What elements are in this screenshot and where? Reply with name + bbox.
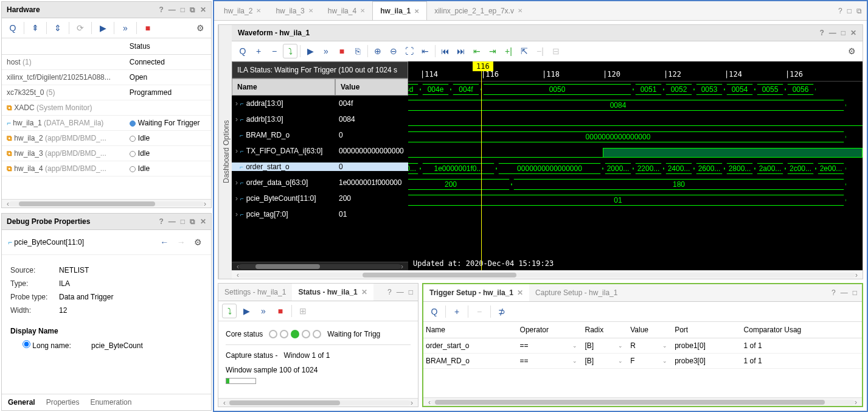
hw-row[interactable]: ⧉ hw_ila_2 (app/BMD/BMD_...Idle [2, 131, 211, 146]
maximize-icon[interactable]: □ [181, 5, 185, 14]
next-trans-icon[interactable]: ⇥ [485, 44, 500, 58]
trigger-scroll[interactable]: ‹ › [423, 397, 862, 406]
restore-icon[interactable]: ⧉ [856, 7, 862, 15]
close-icon[interactable]: ✕ [361, 288, 367, 296]
trigger-col-header[interactable]: Port [672, 322, 741, 338]
gear-icon[interactable]: ⚙ [190, 235, 205, 250]
trigger-col-header[interactable]: Value [628, 322, 672, 338]
close-icon[interactable]: ✕ [517, 288, 523, 297]
zoom-out-icon[interactable]: ⊖ [386, 44, 401, 58]
hw-row[interactable]: host (1)Connected [2, 55, 211, 70]
long-name-radio[interactable] [23, 340, 30, 348]
tab-capture-setup[interactable]: Capture Setup - hw_ila_1 [529, 284, 623, 301]
minimize-icon[interactable]: — [168, 217, 176, 226]
trigger-col-header[interactable]: Operator [518, 322, 583, 338]
remove-icon[interactable]: − [267, 44, 282, 58]
trigger-row[interactable]: order_start_o ==⌄ [B]⌄ R⌄ probe1[0]1 of … [423, 338, 862, 354]
export-icon[interactable]: ⎘ [350, 44, 365, 58]
wave-hscroll[interactable]: ‹ › [232, 270, 863, 279]
value-dropdown[interactable]: R⌄ [630, 341, 670, 350]
help-icon[interactable]: ? [387, 288, 392, 296]
sig-scroll[interactable]: ‹ › [232, 262, 408, 270]
trigger-col-header[interactable]: Name [423, 322, 518, 338]
maximize-icon[interactable]: □ [853, 288, 857, 297]
tab-trigger-setup[interactable]: Trigger Setup - hw_ila_1✕ [423, 284, 529, 301]
trigger-row[interactable]: BRAM_RD_o ==⌄ [B]⌄ F⌄ probe3[0]1 of 1 [423, 354, 862, 369]
editor-tab[interactable]: hw_ila_4✕ [321, 1, 372, 20]
remove-icon[interactable]: − [472, 304, 487, 319]
hsplit-icon[interactable]: ⊟ [549, 44, 563, 58]
tab-general[interactable]: General [8, 398, 35, 407]
close-icon[interactable]: ✕ [518, 7, 523, 14]
help-icon[interactable]: ? [819, 29, 824, 37]
editor-tab[interactable]: hw_ila_1✕ [372, 1, 427, 20]
minimize-icon[interactable]: — [841, 288, 848, 297]
op-dropdown[interactable]: ==⌄ [520, 357, 580, 365]
close-icon[interactable]: ✕ [308, 7, 313, 14]
signal-row[interactable]: ›⌐addrb[13:0]0084 [232, 111, 408, 127]
add-marker-icon[interactable]: +| [501, 44, 516, 58]
prev-edge-icon[interactable]: ⏮ [438, 44, 453, 58]
trigger-col-header[interactable]: Radix [582, 322, 628, 338]
op-dropdown[interactable]: ==⌄ [520, 341, 580, 350]
prev-trans-icon[interactable]: ⇤ [470, 44, 484, 58]
signal-row[interactable]: ›⌐pcie_ByteCount[11:0]200 [232, 190, 408, 206]
stop-icon[interactable]: ■ [273, 304, 288, 318]
back-icon[interactable]: ← [157, 235, 172, 250]
help-icon[interactable]: ? [838, 7, 842, 15]
del-marker-icon[interactable]: −| [533, 44, 547, 58]
maximize-icon[interactable]: □ [409, 288, 413, 296]
help-icon[interactable]: ? [159, 5, 163, 14]
marker-label[interactable]: 116 [473, 61, 493, 71]
close-icon[interactable]: ✕ [850, 29, 856, 37]
close-icon[interactable]: ✕ [200, 217, 206, 226]
stop-icon[interactable]: ■ [141, 21, 155, 35]
signal-row[interactable]: ›⌐addra[13:0]004f [232, 96, 408, 111]
options-icon[interactable]: ⊞ [296, 304, 310, 318]
signal-row[interactable]: ›⌐TX_FIFO_DATA_i[63:0]0000000000000000 [232, 143, 408, 159]
restore-icon[interactable]: ⧉ [190, 217, 195, 226]
search-icon[interactable]: Q [235, 44, 250, 58]
editor-tab[interactable]: hw_ila_3✕ [268, 1, 320, 20]
maximize-icon[interactable]: □ [181, 217, 185, 226]
play-icon[interactable]: ▶ [95, 21, 110, 35]
value-col-header[interactable]: Value [335, 79, 408, 96]
hw-row[interactable]: ⧉ XADC (System Monitor) [2, 100, 211, 116]
radix-dropdown[interactable]: [B]⌄ [585, 357, 625, 365]
hw-row[interactable]: xilinx_tcf/Digilent/210251A088... Open [2, 70, 211, 85]
signal-row[interactable]: ⌐BRAM_RD_o0 [232, 127, 408, 143]
value-dropdown[interactable]: F⌄ [630, 357, 670, 365]
goto-marker-icon[interactable]: ⇱ [517, 44, 532, 58]
play-icon[interactable]: ▶ [239, 304, 254, 318]
help-icon[interactable]: ? [832, 288, 836, 297]
signal-row[interactable]: ⌐order_start_o0 [232, 159, 408, 175]
gear-icon[interactable]: ⚙ [844, 44, 859, 58]
hw-row[interactable]: ⧉ hw_ila_4 (app/BMD/BMD_...Idle [2, 161, 211, 176]
zoom-region-icon[interactable]: ⇤ [418, 44, 432, 58]
hw-row[interactable]: ⧉ hw_ila_3 (app/BMD/BMD_...Idle [2, 146, 211, 161]
collapse-icon[interactable]: ⇞ [28, 21, 43, 35]
restore-icon[interactable]: ⧉ [190, 5, 195, 14]
fast-forward-icon[interactable]: » [256, 304, 271, 318]
trigger-now-icon[interactable]: ⤵ [283, 44, 297, 58]
close-icon[interactable]: ✕ [256, 7, 261, 14]
signal-row[interactable]: ›⌐order_data_o[63:0]1e0000001f000000 [232, 175, 408, 190]
expand-icon[interactable]: ⇕ [50, 21, 65, 35]
filter-icon[interactable]: ⊅ [495, 304, 509, 319]
editor-tab[interactable]: hw_ila_2✕ [217, 1, 268, 20]
search-icon[interactable]: Q [5, 21, 20, 35]
stop-icon[interactable]: ■ [335, 44, 349, 58]
search-icon[interactable]: Q [427, 304, 442, 319]
forward-icon[interactable]: → [174, 235, 189, 250]
status-scroll[interactable]: ‹ › [218, 398, 418, 407]
waveform-canvas[interactable]: 116 |114|116|118|120|122|124|126 004d004… [408, 61, 863, 270]
next-edge-icon[interactable]: ⏭ [454, 44, 468, 58]
maximize-icon[interactable]: □ [841, 29, 845, 37]
close-icon[interactable]: ✕ [414, 8, 419, 15]
hw-scroll[interactable]: ‹ › [2, 199, 211, 208]
play-icon[interactable]: ▶ [303, 44, 318, 58]
close-icon[interactable]: ✕ [360, 7, 365, 14]
name-col-header[interactable]: Name [232, 79, 335, 96]
add-icon[interactable]: + [450, 304, 464, 319]
gear-icon[interactable]: ⚙ [193, 21, 207, 35]
